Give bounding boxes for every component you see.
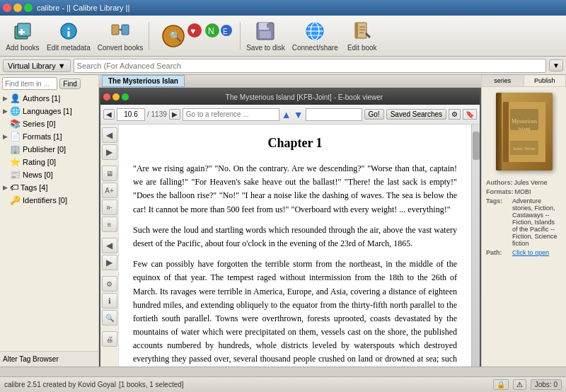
svg-text:E: E [223,28,228,35]
viewer-font-size-up[interactable]: A+ [102,183,117,198]
tab-series[interactable]: series [482,75,524,86]
viewer-print-button[interactable]: 🖨 [102,331,117,347]
status-book-count: [1 books, 1 selected] [119,381,184,388]
viewer-container: The Mysterious Islan The Mysterious Isla… [99,75,481,367]
viewer-toc-button[interactable]: ≡ [102,217,117,232]
viewer-font-size-down[interactable]: a- [102,200,117,215]
toolbar-separator-2 [240,22,241,50]
sidebar-item-publisher[interactable]: 🏢 Publisher [0] [0,143,98,156]
reference-input[interactable] [183,108,279,121]
secondary-toolbar: Virtual Library ▼ ▼ [0,57,566,75]
series-icon: 📚 [10,119,21,129]
path-meta-label: Path: [486,249,511,256]
viewer-search-input[interactable] [306,108,362,121]
sidebar-item-news[interactable]: 📰 News [0] [0,168,98,181]
book-list-item[interactable]: The Mysterious Islan [102,75,185,87]
formats-row: Formats: MOBI [486,188,562,195]
viewer-scrollbar[interactable] [471,125,480,367]
sidebar-item-identifiers[interactable]: 🔑 Identifiers [0] [0,194,98,207]
find-item-input[interactable] [2,77,57,90]
convert-books-button[interactable]: Convert books [95,18,146,54]
svg-rect-20 [260,31,271,38]
page-number-input[interactable] [117,108,145,121]
saved-searches-button[interactable]: Saved Searches [386,109,446,120]
minimize-button[interactable] [13,4,22,12]
publisher-icon: 🏢 [10,144,21,154]
alter-tag-browser-button[interactable]: Alter Tag Browser [0,351,98,367]
find-button[interactable]: Find [59,79,80,89]
main-search-input[interactable] [74,59,547,73]
sidebar-item-tags[interactable]: ▶ 🏷 Tags [4] [0,181,98,194]
nav-down-button[interactable]: ▼ [294,109,304,120]
path-meta-value[interactable]: Click to open [512,249,562,256]
viewer-config-button[interactable]: ⚙ [102,276,117,292]
svg-rect-34 [503,102,509,162]
connect-share-button[interactable]: Connect/share [289,18,341,54]
sidebar-item-authors[interactable]: ▶ 👤 Authors [1] [0,92,98,105]
tab-series-label: series [494,77,511,84]
sidebar-item-formats[interactable]: ▶ 📄 Formats [1] [0,130,98,143]
news-icon: 📰 [10,170,21,180]
edit-metadata-button[interactable]: Edit metadata [44,18,93,54]
identifiers-icon: 🔑 [10,195,21,205]
save-to-disk-button[interactable]: Save to disk [243,18,287,54]
svg-text:Island: Island [518,126,531,132]
sidebar-item-series[interactable]: 📚 Series [0] [0,117,98,130]
languages-label: Languages [1] [23,107,96,115]
svg-text:🔍: 🔍 [169,30,182,42]
lock-icon-button[interactable]: 🔒 [493,379,509,390]
viewer-info-button[interactable]: ℹ [102,293,117,309]
nav-up-button[interactable]: ▲ [282,109,291,120]
status-bar: calibre 2.51 created by Kovid Goyal [1 b… [0,376,566,392]
authors-label: Authors [1] [23,94,96,103]
edit-book-button[interactable]: Edit book [342,18,382,54]
svg-rect-3 [18,31,25,33]
tags-icon: 🏷 [10,183,18,192]
news-label: News [0] [23,171,96,179]
convert-books-label: Convert books [98,44,143,52]
search-dropdown-button[interactable]: ▼ [549,59,563,71]
viewer-next-button[interactable]: ▶ [169,109,180,120]
right-panel-tabs: series Publish [482,75,566,87]
sidebar-item-languages[interactable]: ▶ 🌐 Languages [1] [0,105,98,117]
formats-icon: 📄 [10,132,21,142]
viewer-settings-button[interactable]: ⚙ [449,109,461,120]
viewer-window-controls [103,93,129,100]
main-toolbar: Add books Edit metadata Con [0,16,566,57]
tab-publish[interactable]: Publish [524,75,567,86]
svg-rect-21 [267,23,270,28]
save-to-disk-icon [254,20,277,42]
book-paragraph-1: "Are we rising again?" "No. On the contr… [133,162,457,217]
viewer-prev-page-button[interactable]: ◀ [102,238,117,253]
warning-icon-button[interactable]: ⚠ [513,379,526,390]
app-title: calibre - || Calibre Library || [37,4,129,12]
book-cover-image: Mysterious Island Jules Verne [496,93,553,171]
viewer-prev-button[interactable]: ◀ [103,109,115,120]
svg-rect-28 [355,23,358,38]
horizontal-scrollbar[interactable] [0,367,566,376]
viewer-max-dot [122,93,129,100]
book-cover-spine [496,93,502,171]
scrollbar-thumb[interactable] [473,132,480,160]
viewer-search-button[interactable]: 🔍 [102,310,117,325]
viewer-back-button[interactable]: ◀ [102,127,117,143]
viewer-forward-button[interactable]: ▶ [102,144,117,160]
svg-text:♥: ♥ [190,26,195,36]
window-controls [3,4,33,12]
add-books-button[interactable]: Add books [3,18,42,54]
viewer-next-page-button[interactable]: ▶ [102,255,117,270]
virtual-library-button[interactable]: Virtual Library ▼ [3,59,71,72]
go-button[interactable]: Go! [364,109,384,120]
viewer-display-button[interactable]: 🖥 [102,166,117,181]
authors-row: Authors: Jules Verne [486,179,562,186]
book-text-area: Chapter 1 "Are we rising again?" "No. On… [119,125,471,367]
book-paragraph-3: Few can possibly have forgotten the terr… [133,258,457,367]
close-button[interactable] [3,4,11,12]
viewer-bookmark-button[interactable]: 🔖 [463,109,477,120]
convert-books-icon [109,20,132,42]
maximize-button[interactable] [24,4,33,12]
viewer-close-dot [103,93,110,100]
sidebar-tree: ▶ 👤 Authors [1] ▶ 🌐 Languages [1] 📚 Seri… [0,92,98,351]
viewer-content-area: ◀ ▶ 🖥 A+ a- ≡ ◀ ▶ ⚙ ℹ 🔍 [100,125,480,367]
sidebar-item-rating[interactable]: ⭐ Rating [0] [0,156,98,168]
